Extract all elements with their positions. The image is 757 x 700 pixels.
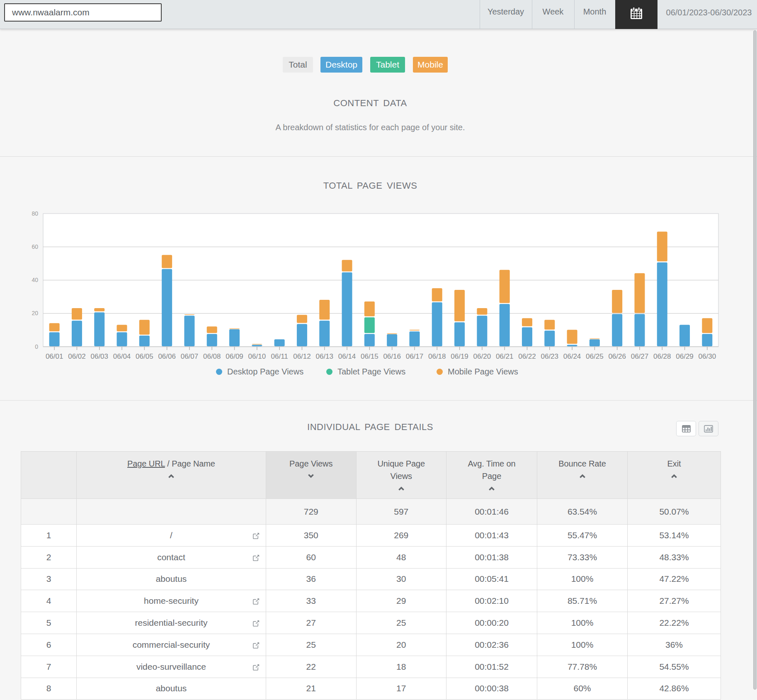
svg-text:06/15: 06/15: [361, 352, 378, 360]
svg-text:80: 80: [32, 210, 38, 217]
svg-text:06/28: 06/28: [653, 352, 671, 360]
svg-text:06/02: 06/02: [68, 352, 86, 360]
svg-text:06/26: 06/26: [608, 352, 626, 360]
svg-text:06/08: 06/08: [203, 352, 221, 360]
svg-text:06/27: 06/27: [631, 352, 649, 360]
svg-text:06/01: 06/01: [46, 352, 63, 360]
svg-text:06/19: 06/19: [451, 352, 468, 360]
svg-text:06/29: 06/29: [676, 352, 694, 360]
svg-text:06/30: 06/30: [699, 352, 716, 360]
svg-text:06/23: 06/23: [541, 352, 558, 360]
svg-text:40: 40: [32, 277, 38, 283]
svg-text:06/13: 06/13: [315, 352, 333, 360]
svg-text:06/07: 06/07: [181, 352, 199, 360]
svg-text:06/11: 06/11: [271, 352, 288, 360]
svg-text:06/04: 06/04: [113, 352, 131, 360]
svg-text:06/09: 06/09: [226, 352, 243, 360]
svg-text:06/18: 06/18: [428, 352, 446, 360]
svg-text:06/20: 06/20: [473, 352, 491, 360]
svg-text:06/10: 06/10: [248, 352, 266, 360]
svg-text:06/05: 06/05: [136, 352, 153, 360]
svg-text:0: 0: [35, 343, 38, 350]
svg-text:06/21: 06/21: [496, 352, 514, 360]
svg-text:06/06: 06/06: [158, 352, 176, 360]
svg-text:06/25: 06/25: [586, 352, 604, 360]
svg-text:06/22: 06/22: [518, 352, 536, 360]
svg-text:06/12: 06/12: [293, 352, 311, 360]
svg-text:06/17: 06/17: [406, 352, 424, 360]
svg-text:20: 20: [32, 310, 38, 316]
svg-text:06/24: 06/24: [563, 352, 581, 360]
svg-text:06/03: 06/03: [90, 352, 108, 360]
svg-text:06/14: 06/14: [338, 352, 356, 360]
svg-text:06/16: 06/16: [383, 352, 401, 360]
svg-text:60: 60: [32, 243, 38, 250]
